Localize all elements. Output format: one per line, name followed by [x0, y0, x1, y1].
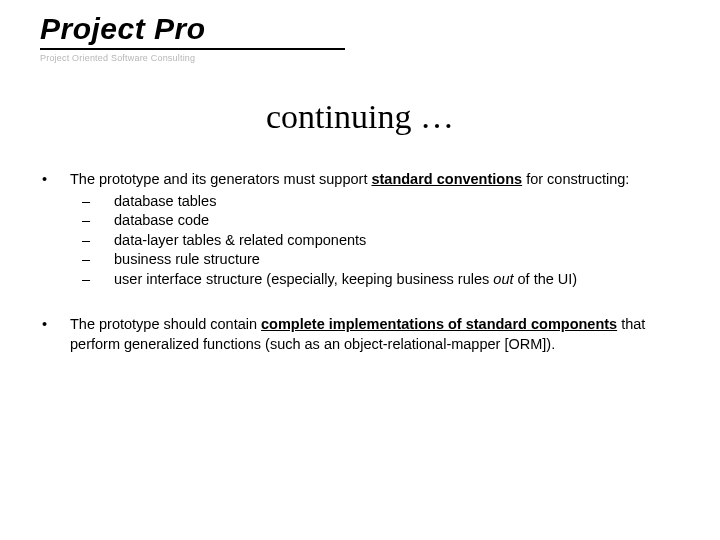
sub-item: – business rule structure: [70, 250, 680, 270]
sub-item: – data-layer tables & related components: [70, 231, 680, 251]
bullet-1-lead: The prototype and its generators must su…: [70, 170, 680, 190]
sub-marker: –: [70, 250, 114, 270]
bullet-1: • The prototype and its generators must …: [40, 170, 680, 289]
logo-tagline: Project Oriented Software Consulting: [40, 53, 345, 63]
sub-marker: –: [70, 192, 114, 212]
slide-title: continuing …: [0, 98, 720, 136]
sub-marker: –: [70, 270, 114, 290]
sub-text: business rule structure: [114, 250, 680, 270]
slide-body: • The prototype and its generators must …: [40, 170, 680, 381]
bullet-marker: •: [40, 170, 70, 289]
bullet-marker: •: [40, 315, 70, 354]
sub-marker: –: [70, 231, 114, 251]
sub-marker: –: [70, 211, 114, 231]
text: of the UI): [514, 271, 578, 287]
sub-item: – database code: [70, 211, 680, 231]
logo-main: Project Pro: [40, 12, 345, 46]
sub-item: – database tables: [70, 192, 680, 212]
emphasis-text: complete implementations of standard com…: [261, 316, 617, 332]
emphasis-text: standard conventions: [371, 171, 522, 187]
slide: Project Pro Project Oriented Software Co…: [0, 0, 720, 540]
sublist: – database tables – database code – data…: [70, 192, 680, 290]
text: user interface structure (especially, ke…: [114, 271, 493, 287]
bullet-content: The prototype and its generators must su…: [70, 170, 680, 289]
bullet-content: The prototype should contain complete im…: [70, 315, 680, 354]
logo-block: Project Pro Project Oriented Software Co…: [40, 12, 345, 63]
text: The prototype and its generators must su…: [70, 171, 371, 187]
sub-text: data-layer tables & related components: [114, 231, 680, 251]
logo-rule: [40, 48, 345, 50]
text: The prototype should contain: [70, 316, 261, 332]
bullet-2: • The prototype should contain complete …: [40, 315, 680, 354]
bullet-2-lead: The prototype should contain complete im…: [70, 315, 680, 354]
italic-text: out: [493, 271, 513, 287]
sub-text: database code: [114, 211, 680, 231]
sub-item: – user interface structure (especially, …: [70, 270, 680, 290]
text: for constructing:: [522, 171, 629, 187]
sub-text: database tables: [114, 192, 680, 212]
sub-text: user interface structure (especially, ke…: [114, 270, 680, 290]
